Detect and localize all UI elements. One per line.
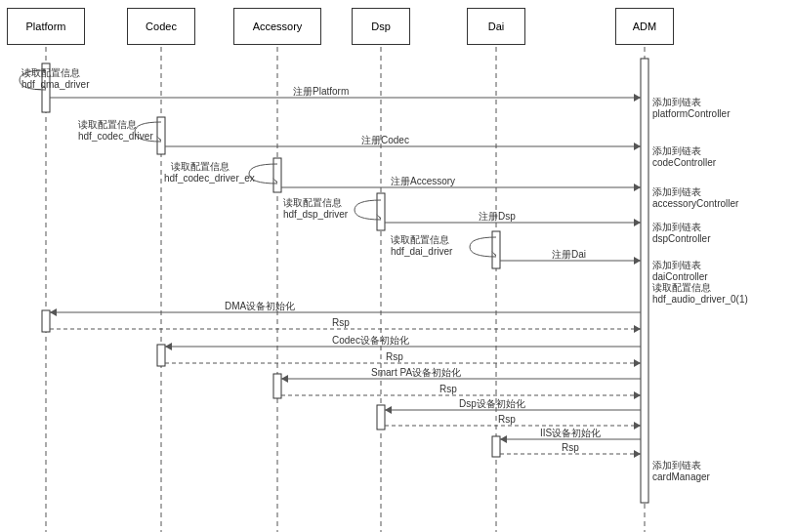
msg-rsp1-arrow [634, 325, 641, 333]
msg-rsp1-label: Rsp [332, 317, 350, 328]
actor-platform: Platform [7, 8, 85, 45]
msg-add-codec-label2: codeController [652, 157, 717, 168]
msg-reg-accessory-label: 注册Accessory [391, 176, 455, 186]
msg-add-dsp-label1: 添加到链表 [652, 222, 701, 232]
msg-add-platform-label1: 添加到链表 [652, 97, 701, 107]
msg-read-accessory-label2: hdf_codec_driver_ex [164, 173, 255, 184]
msg-reg-codec-arrow [634, 143, 641, 150]
activation-codec-1 [157, 117, 165, 154]
msg-reg-platform-arrow [634, 94, 641, 102]
sequence-diagram: 读取配置信息 hdf_dma_driver 注册Platform 添加到链表 p… [0, 0, 794, 532]
msg-reg-accessory-arrow [634, 184, 641, 191]
msg-add-dai-label1: 添加到链表 [652, 260, 701, 270]
msg-add-dsp-label2: dspController [652, 233, 711, 244]
activation-dsp-2 [377, 405, 385, 430]
msg-dsp-init-arrow [385, 406, 392, 414]
msg-rsp3-label: Rsp [439, 384, 457, 394]
msg-read-codec-label1: 读取配置信息 [78, 119, 137, 130]
activation-accessory-1 [273, 158, 281, 192]
msg-rsp4-arrow [634, 422, 641, 430]
msg-smartpa-init-arrow [281, 375, 288, 383]
msg-rsp2-arrow [634, 359, 641, 367]
msg-reg-dsp-arrow [634, 219, 641, 226]
msg-dma-init-arrow [50, 308, 57, 316]
msg-read-codec-label2: hdf_codec_driver [78, 131, 153, 142]
msg-add-platform-label2: platformController [652, 108, 731, 119]
msg-read-audio-label2: hdf_audio_driver_0(1) [652, 294, 748, 305]
msg-label-dma-driver: hdf_dma_driver [21, 79, 90, 90]
msg-codec-init-label: Codec设备初始化 [332, 335, 409, 346]
actor-adm: ADM [615, 8, 674, 45]
msg-add-dai-label2: daiController [652, 271, 708, 282]
msg-read-dsp-label2: hdf_dsp_driver [283, 209, 349, 220]
actor-dai: Dai [467, 8, 525, 45]
msg-reg-codec-label: 注册Codec [361, 135, 409, 145]
actor-dsp: Dsp [352, 8, 410, 45]
msg-rsp2-label: Rsp [386, 351, 403, 362]
msg-reg-dsp-label: 注册Dsp [479, 211, 516, 222]
msg-reg-dai-arrow [634, 257, 641, 265]
activation-dsp-1 [377, 193, 385, 230]
activation-dai-2 [492, 436, 500, 457]
msg-read-audio-label1: 读取配置信息 [652, 282, 711, 293]
activation-codec-2 [157, 345, 165, 366]
actor-accessory: Accessory [233, 8, 321, 45]
msg-smartpa-init-label: Smart PA设备初始化 [371, 367, 461, 378]
msg-add-codec-label1: 添加到链表 [652, 145, 701, 156]
msg-codec-init-arrow [165, 343, 172, 350]
msg-read-dai-label1: 读取配置信息 [391, 234, 449, 245]
msg-reg-platform-label: 注册Platform [293, 86, 349, 97]
actor-codec: Codec [127, 8, 195, 45]
msg-dma-init-label: DMA设备初始化 [225, 301, 295, 311]
msg-rsp5-label: Rsp [562, 442, 579, 453]
msg-dsp-init-label: Dsp设备初始化 [459, 398, 525, 409]
activation-adm [641, 59, 648, 503]
msg-add-accessory-label1: 添加到链表 [652, 186, 701, 197]
msg-add-card-label1: 添加到链表 [652, 460, 701, 471]
diagram-svg: 读取配置信息 hdf_dma_driver 注册Platform 添加到链表 p… [0, 0, 794, 532]
msg-read-dai-label2: hdf_dai_driver [391, 246, 453, 257]
msg-add-card-label2: cardManager [652, 471, 711, 482]
activation-accessory-2 [273, 374, 281, 398]
msg-iis-init-arrow [500, 435, 507, 443]
msg-add-accessory-label2: accessoryController [652, 198, 739, 209]
msg-rsp3-arrow [634, 391, 641, 399]
activation-platform-2 [42, 310, 50, 332]
msg-reg-dai-label: 注册Dai [552, 249, 586, 260]
msg-read-dsp-label1: 读取配置信息 [283, 197, 342, 208]
msg-rsp5-arrow [634, 450, 641, 458]
msg-iis-init-label: IIS设备初始化 [540, 428, 601, 438]
msg-read-accessory-label1: 读取配置信息 [171, 161, 230, 172]
msg-label-read-dma: 读取配置信息 [21, 67, 80, 78]
msg-rsp4-label: Rsp [498, 414, 516, 425]
